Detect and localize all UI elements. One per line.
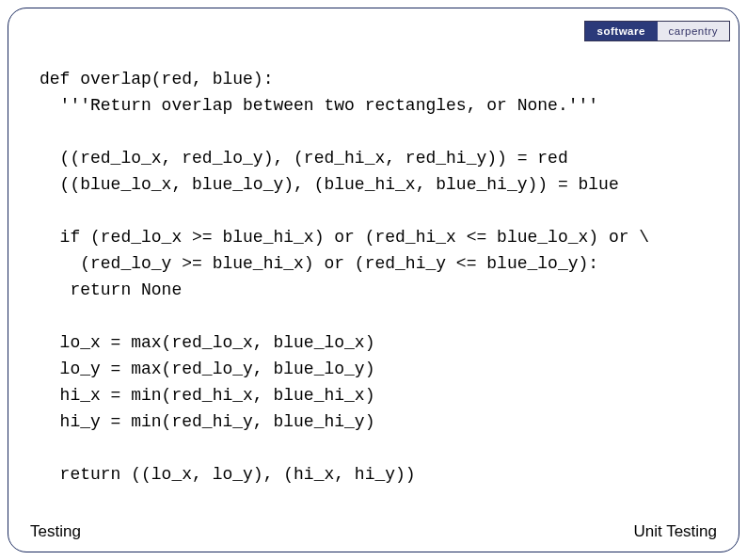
- logo-right-text: carpentry: [658, 22, 730, 40]
- footer-right-label: Unit Testing: [633, 522, 717, 541]
- code-snippet: def overlap(red, blue): '''Return overla…: [40, 66, 707, 488]
- footer-left-label: Testing: [30, 522, 81, 541]
- logo: software carpentry: [584, 21, 730, 41]
- logo-left-text: software: [585, 22, 658, 40]
